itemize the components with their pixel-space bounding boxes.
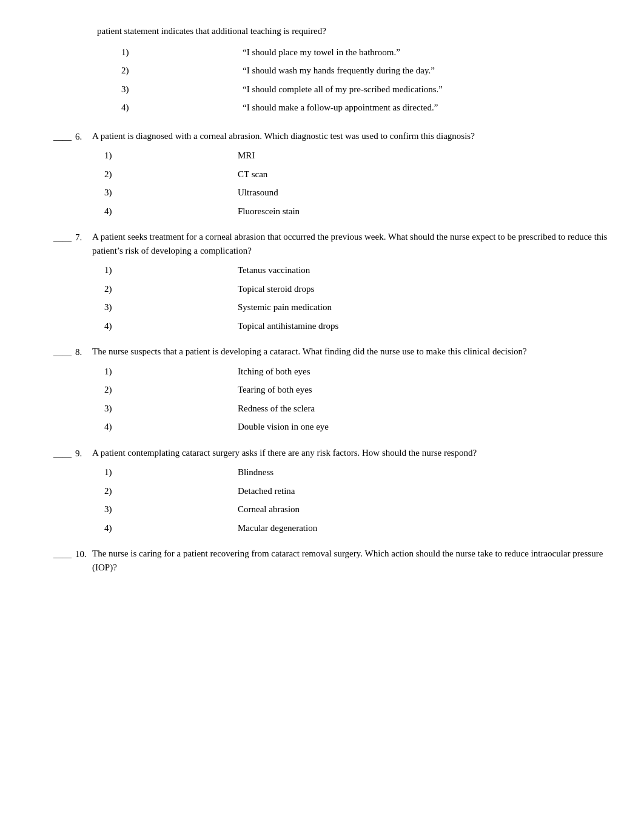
intro-text: patient statement indicates that additio… (97, 24, 608, 38)
options-grid: 1)Tetanus vaccination2)Topical steroid d… (104, 263, 608, 333)
answer-blank: ____ (53, 132, 72, 141)
option-text: Blindness (238, 465, 608, 479)
question-number: 10. (75, 547, 92, 561)
options-grid: 1)Itching of both eyes2)Tearing of both … (104, 365, 608, 434)
option-number: 2) (104, 383, 238, 397)
option-number: 2) (121, 64, 243, 78)
question-content: A patient contemplating cataract surgery… (92, 446, 608, 535)
question-text: The nurse is caring for a patient recove… (92, 547, 608, 574)
option-number: 4) (121, 101, 243, 115)
question-content: A patient is diagnosed with a corneal ab… (92, 129, 608, 218)
option-text: Itching of both eyes (238, 365, 608, 379)
question-content: A patient seeks treatment for a corneal … (92, 230, 608, 333)
question-block-6: ____6.A patient is diagnosed with a corn… (49, 129, 608, 218)
question-text: A patient is diagnosed with a corneal ab… (92, 129, 608, 143)
option-text: Double vision in one eye (238, 420, 608, 434)
question-content: The nurse is caring for a patient recove… (92, 547, 608, 580)
option-text: “I should complete all of my pre-scribed… (243, 83, 608, 96)
initial-option-row: 4)“I should make a follow-up appointment… (121, 101, 608, 115)
initial-option-row: 2)“I should wash my hands frequently dur… (121, 64, 608, 78)
option-number: 2) (104, 282, 238, 296)
options-grid: 1)Blindness2)Detached retina3)Corneal ab… (104, 465, 608, 535)
question-number: 9. (75, 446, 92, 461)
option-text: Topical steroid drops (238, 282, 608, 296)
option-number: 4) (104, 521, 238, 535)
option-number: 1) (104, 149, 238, 163)
question-number: 7. (75, 230, 92, 245)
option-number: 2) (104, 167, 238, 181)
answer-blank: ____ (53, 448, 72, 458)
option-text: “I should place my towel in the bathroom… (243, 46, 608, 59)
option-text: Detached retina (238, 484, 608, 498)
answer-blank: ____ (53, 549, 72, 559)
option-number: 1) (104, 465, 238, 479)
option-text: Ultrasound (238, 186, 608, 200)
option-text: Tetanus vaccination (238, 263, 608, 277)
option-number: 1) (104, 365, 238, 379)
option-number: 4) (104, 319, 238, 333)
option-text: “I should make a follow-up appointment a… (243, 101, 608, 115)
question-block-7: ____7.A patient seeks treatment for a co… (49, 230, 608, 333)
option-text: Topical antihistamine drops (238, 319, 608, 333)
option-text: “I should wash my hands frequently durin… (243, 64, 608, 78)
option-text: Fluorescein stain (238, 205, 608, 218)
option-number: 1) (104, 263, 238, 277)
question-block-8: ____8.The nurse suspects that a patient … (49, 345, 608, 434)
question-content: The nurse suspects that a patient is dev… (92, 345, 608, 434)
option-text: Redness of the sclera (238, 402, 608, 416)
option-number: 4) (104, 205, 238, 218)
question-text: A patient contemplating cataract surgery… (92, 446, 608, 460)
question-text: A patient seeks treatment for a corneal … (92, 230, 608, 257)
question-number: 6. (75, 129, 92, 144)
option-text: Macular degeneration (238, 521, 608, 535)
option-text: Tearing of both eyes (238, 383, 608, 397)
question-block-10: ____10.The nurse is caring for a patient… (49, 547, 608, 580)
question-text: The nurse suspects that a patient is dev… (92, 345, 608, 359)
option-number: 3) (121, 83, 243, 96)
initial-option-row: 1)“I should place my towel in the bathro… (121, 46, 608, 59)
initial-option-row: 3)“I should complete all of my pre-scrib… (121, 83, 608, 96)
option-number: 3) (104, 300, 238, 314)
answer-blank: ____ (53, 347, 72, 357)
option-number: 3) (104, 186, 238, 200)
option-text: Systemic pain medication (238, 300, 608, 314)
initial-options-block: 1)“I should place my towel in the bathro… (121, 46, 608, 115)
answer-blank: ____ (53, 232, 72, 242)
option-number: 3) (104, 402, 238, 416)
option-text: CT scan (238, 167, 608, 181)
option-text: MRI (238, 149, 608, 163)
option-number: 1) (121, 46, 243, 59)
questions-container: ____6.A patient is diagnosed with a corn… (49, 129, 608, 581)
option-number: 4) (104, 420, 238, 434)
question-number: 8. (75, 345, 92, 359)
option-text: Corneal abrasion (238, 502, 608, 516)
options-grid: 1)MRI2)CT scan3)Ultrasound4)Fluorescein … (104, 149, 608, 218)
intro-paragraph: patient statement indicates that additio… (97, 26, 326, 36)
option-number: 3) (104, 502, 238, 516)
option-number: 2) (104, 484, 238, 498)
question-block-9: ____9.A patient contemplating cataract s… (49, 446, 608, 535)
